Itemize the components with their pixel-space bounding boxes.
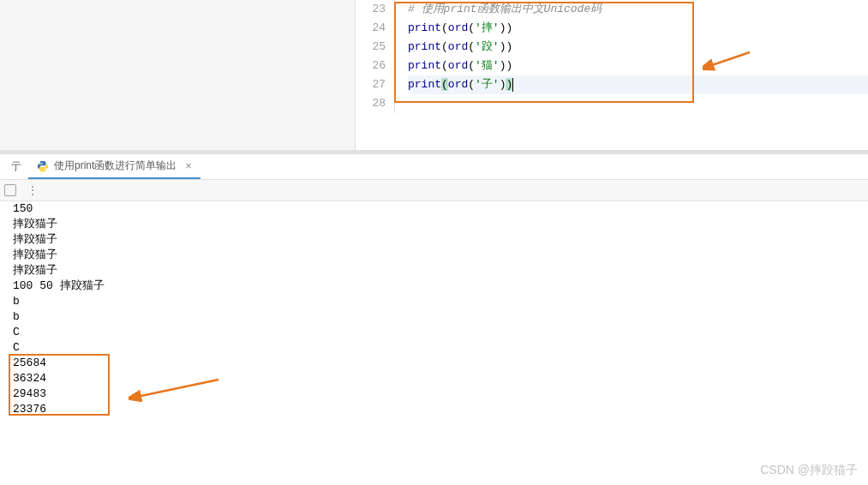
run-tabs: 亍 使用print函数进行简单输出 × xyxy=(0,154,868,180)
line-number: 25 xyxy=(356,38,386,57)
console-line: b xyxy=(13,294,868,309)
code-editor[interactable]: 23 24 25 26 27 28 # 使用print函数输出中文Unicode… xyxy=(356,0,868,150)
line-gutter: 23 24 25 26 27 28 xyxy=(356,0,394,113)
console-line: 100 50 摔跤猫子 xyxy=(13,278,868,294)
console-line: 摔跤猫子 xyxy=(13,232,868,248)
console-output[interactable]: 150 摔跤猫子 摔跤猫子 摔跤猫子 摔跤猫子 100 50 摔跤猫子 b b … xyxy=(13,201,868,417)
tab-edge-label: 亍 xyxy=(4,154,28,179)
line-number: 28 xyxy=(356,94,386,113)
console-line: 23376 xyxy=(13,402,868,417)
console-line: 摔跤猫子 xyxy=(13,217,868,232)
console-line: 25684 xyxy=(13,356,868,371)
code-line[interactable]: print(ord('跤')) xyxy=(408,38,868,57)
console-line: 摔跤猫子 xyxy=(13,248,868,263)
code-line-current[interactable]: print(ord('子')) xyxy=(408,75,868,94)
cursor xyxy=(512,78,513,92)
line-number: 23 xyxy=(356,0,386,19)
editor-area: 23 24 25 26 27 28 # 使用print函数输出中文Unicode… xyxy=(0,0,868,150)
more-icon[interactable]: ⋮ xyxy=(27,183,39,197)
run-tab[interactable]: 使用print函数进行简单输出 × xyxy=(28,154,201,179)
watermark: CSDN @摔跤猫子 xyxy=(760,463,858,478)
code-content[interactable]: # 使用print函数输出中文Unicode码 print(ord('摔')) … xyxy=(394,0,868,113)
python-icon xyxy=(37,160,49,172)
line-number: 27 xyxy=(356,75,386,94)
console-line: 150 xyxy=(13,201,868,217)
console-line: C xyxy=(13,325,868,340)
console-line: 29483 xyxy=(13,386,868,402)
code-line[interactable]: print(ord('猫')) xyxy=(408,57,868,75)
tab-title: 使用print函数进行简单输出 xyxy=(54,159,177,173)
console-line: b xyxy=(13,309,868,325)
code-line[interactable]: print(ord('摔')) xyxy=(408,19,868,38)
comment: # 使用print函数输出中文Unicode码 xyxy=(408,3,602,15)
console-toolbar: ⋮ xyxy=(0,180,868,201)
line-number: 24 xyxy=(356,19,386,38)
stop-button[interactable] xyxy=(4,184,16,196)
project-panel xyxy=(0,0,356,150)
line-number: 26 xyxy=(356,57,386,75)
console-line: 摔跤猫子 xyxy=(13,263,868,278)
console-line: C xyxy=(13,340,868,356)
console-line: 36324 xyxy=(13,371,868,386)
close-icon[interactable]: × xyxy=(185,159,192,172)
